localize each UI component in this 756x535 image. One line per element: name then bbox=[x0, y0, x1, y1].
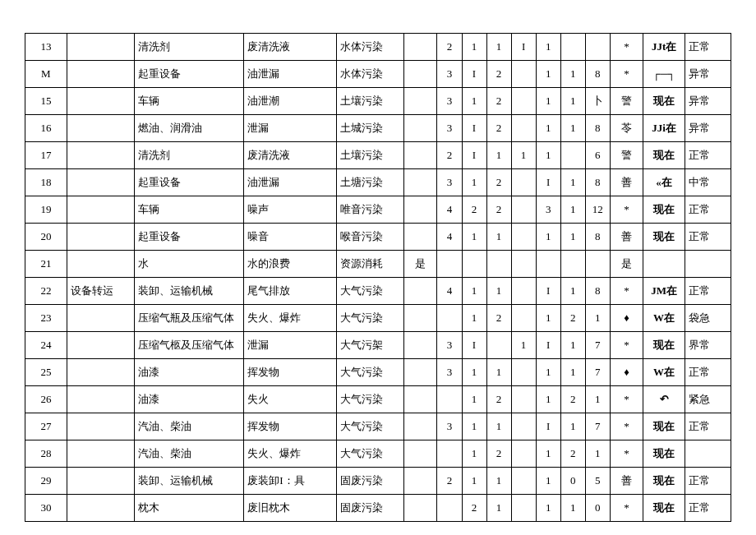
num-cell-6: 8 bbox=[585, 169, 610, 196]
num-cell-0: 2 bbox=[437, 142, 462, 169]
pollution-cell: 资源消耗 bbox=[337, 251, 404, 278]
mark1-cell: ♦ bbox=[610, 305, 643, 332]
process-cell bbox=[67, 495, 134, 522]
num-cell-6: 12 bbox=[585, 196, 610, 224]
mark1-cell: 警 bbox=[610, 142, 643, 169]
process-cell bbox=[67, 413, 134, 440]
num-cell-1: 1 bbox=[462, 34, 486, 61]
table-row: 22设备转运装卸、运输机械尾气排放大气污染411I18*JM在正常 bbox=[25, 278, 731, 305]
num-cell-5: 1 bbox=[560, 88, 585, 115]
num-cell-5: 2 bbox=[560, 440, 585, 468]
mark1-cell: 警 bbox=[610, 88, 643, 115]
num-cell-2: 2 bbox=[486, 440, 511, 468]
table-row: 13清洗剂废清洗液水体污染211I1*JJt在正常 bbox=[25, 34, 731, 61]
num-cell-1: 1 bbox=[462, 305, 486, 332]
pollution-cell: 水体污染 bbox=[337, 61, 404, 88]
num-cell-1: 1 bbox=[462, 386, 486, 413]
num-cell-6: 1 bbox=[585, 305, 610, 332]
num-cell-3 bbox=[511, 305, 536, 332]
pollution-cell: 固废污染 bbox=[337, 468, 404, 495]
mark1-cell: 善 bbox=[610, 224, 643, 251]
mark1-cell: 是 bbox=[610, 251, 643, 278]
table-row: M起重设备油泄漏水体污染3I2118*┌─┐异常 bbox=[25, 61, 731, 88]
mark1-cell: * bbox=[610, 495, 643, 522]
num-cell-1: 1 bbox=[462, 169, 486, 196]
mark2-cell: JJt在 bbox=[643, 34, 685, 61]
mark2-cell bbox=[643, 251, 685, 278]
process-cell bbox=[67, 224, 134, 251]
num-cell-5: 1 bbox=[560, 413, 585, 440]
num-cell-1: 1 bbox=[462, 88, 486, 115]
item-cell: 燃油、润滑油 bbox=[134, 115, 244, 142]
num-cell-0: 3 bbox=[437, 88, 462, 115]
pollution-cell: 大气污染 bbox=[337, 440, 404, 468]
num-cell-3 bbox=[511, 251, 536, 278]
num-cell-0 bbox=[437, 495, 462, 522]
pollution-cell: 唯音污染 bbox=[337, 196, 404, 224]
num-cell-5: 1 bbox=[560, 115, 585, 142]
factor-cell: 泄漏 bbox=[244, 115, 337, 142]
factor-cell: 油泄漏 bbox=[244, 169, 337, 196]
num-cell-6 bbox=[585, 251, 610, 278]
num-cell-4: 1 bbox=[536, 142, 560, 169]
table-row: 16燃油、润滑油泄漏土城污染3I2118苓JJi在异常 bbox=[25, 115, 731, 142]
table-row: 18起重设备油泄漏土塘污染312I18善«在中常 bbox=[25, 169, 731, 196]
factor-cell: 油泄潮 bbox=[244, 88, 337, 115]
num-cell-4: 1 bbox=[536, 34, 560, 61]
mark1-cell: * bbox=[610, 440, 643, 468]
num-cell-3 bbox=[511, 196, 536, 224]
yes-cell bbox=[404, 386, 437, 413]
num-cell-4: 1 bbox=[536, 224, 560, 251]
status-cell bbox=[685, 440, 731, 468]
num-cell-6: 7 bbox=[585, 413, 610, 440]
num-cell-2: 2 bbox=[486, 305, 511, 332]
num-cell-3: 1 bbox=[511, 332, 536, 359]
num-cell-5 bbox=[560, 142, 585, 169]
num-cell-2: 1 bbox=[486, 413, 511, 440]
status-cell: 正常 bbox=[685, 495, 731, 522]
num-cell-1: 1 bbox=[462, 278, 486, 305]
item-cell: 枕木 bbox=[134, 495, 244, 522]
row-index: 28 bbox=[25, 440, 67, 468]
yes-cell bbox=[404, 142, 437, 169]
yes-cell bbox=[404, 34, 437, 61]
yes-cell bbox=[404, 196, 437, 224]
pollution-cell: 大气污染 bbox=[337, 278, 404, 305]
table-row: 23压缩气瓶及压缩气体失火、爆炸大气污染12121♦W在袋急 bbox=[25, 305, 731, 332]
item-cell: 起重设备 bbox=[134, 169, 244, 196]
num-cell-2: 1 bbox=[486, 468, 511, 495]
num-cell-4: 1 bbox=[536, 495, 560, 522]
mark1-cell: ♦ bbox=[610, 359, 643, 386]
row-index: 30 bbox=[25, 495, 67, 522]
status-cell: 正常 bbox=[685, 224, 731, 251]
num-cell-2: 1 bbox=[486, 359, 511, 386]
row-index: 24 bbox=[25, 332, 67, 359]
num-cell-5: 2 bbox=[560, 386, 585, 413]
num-cell-2: 2 bbox=[486, 196, 511, 224]
num-cell-3 bbox=[511, 359, 536, 386]
num-cell-6: 7 bbox=[585, 359, 610, 386]
mark2-cell: W在 bbox=[643, 305, 685, 332]
yes-cell bbox=[404, 61, 437, 88]
yes-cell bbox=[404, 495, 437, 522]
num-cell-1: 2 bbox=[462, 196, 486, 224]
yes-cell bbox=[404, 278, 437, 305]
num-cell-2: 1 bbox=[486, 34, 511, 61]
num-cell-4: I bbox=[536, 413, 560, 440]
num-cell-6: 8 bbox=[585, 224, 610, 251]
row-index: 20 bbox=[25, 224, 67, 251]
pollution-cell: 固废污染 bbox=[337, 495, 404, 522]
num-cell-0: 3 bbox=[437, 332, 462, 359]
status-cell: 异常 bbox=[685, 115, 731, 142]
yes-cell bbox=[404, 115, 437, 142]
process-cell bbox=[67, 251, 134, 278]
pollution-cell: 大气污染 bbox=[337, 386, 404, 413]
num-cell-3 bbox=[511, 115, 536, 142]
num-cell-2: 1 bbox=[486, 142, 511, 169]
num-cell-5 bbox=[560, 251, 585, 278]
mark2-cell: JJi在 bbox=[643, 115, 685, 142]
factor-cell: 废清洗液 bbox=[244, 142, 337, 169]
process-cell bbox=[67, 468, 134, 495]
mark2-cell: JM在 bbox=[643, 278, 685, 305]
table-row: 29装卸、运输机械废装卸I：具固废污染211105善现在正常 bbox=[25, 468, 731, 495]
